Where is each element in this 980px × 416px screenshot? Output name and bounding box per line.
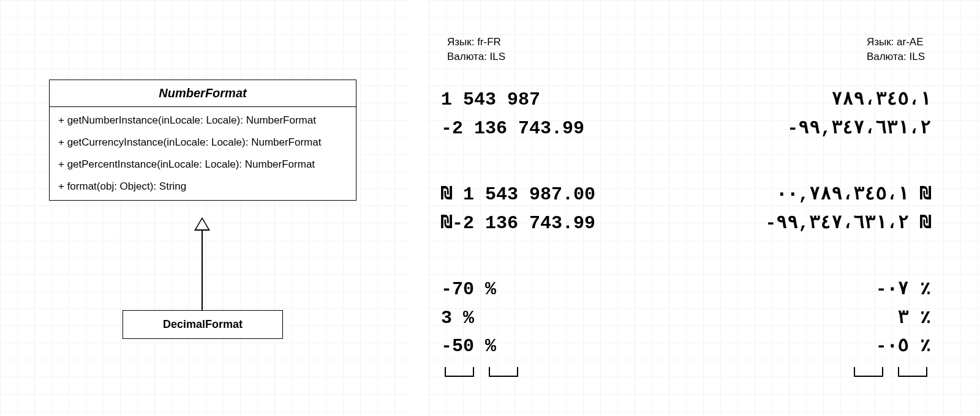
panel-gutter (410, 0, 426, 416)
locale-meta-left: Язык: fr-FR Валюта: ILS (447, 35, 505, 64)
locale-meta-right: Язык: ar-AE Валюта: ILS (867, 35, 925, 64)
crop-mark-icon (898, 367, 927, 377)
currency-label: Валюта: ILS (867, 50, 925, 64)
lang-label: Язык: fr-FR (447, 35, 505, 50)
canvas: NumberFormat + getNumberInstance(inLocal… (0, 0, 980, 416)
uml-method: + getCurrencyInstance(inLocale: Locale):… (50, 132, 356, 154)
inheritance-line (202, 231, 203, 310)
currency-label: Валюта: ILS (447, 50, 505, 64)
uml-method: + getPercentInstance(inLocale: Locale): … (50, 154, 356, 176)
number-sample-fr: 1 543 987 -2 136 743.99 (441, 86, 584, 143)
currency-sample-ar: ₪ ٠٠,٧٨٩،٣٤٥،١ ₪ ٩٩,٣٤٧،٦٣١،٢- (765, 180, 931, 237)
uml-class-body: + getNumberInstance(inLocale: Locale): N… (50, 107, 356, 200)
crop-mark-icon (854, 367, 883, 377)
crop-mark-icon (489, 367, 518, 377)
uml-class-title: NumberFormat (50, 80, 356, 107)
percent-sample-fr: -70 % 3 % -50 % (441, 275, 496, 361)
inheritance-arrowhead-icon (194, 217, 210, 231)
uml-class-title: DecimalFormat (163, 318, 243, 330)
crop-mark-icon (445, 367, 474, 377)
uml-class-decimalformat: DecimalFormat (123, 310, 283, 339)
uml-method: + format(obj: Object): String (50, 176, 356, 198)
number-sample-ar: ٧٨٩،٣٤٥،١ ٩٩,٣٤٧،٦٣١،٢- (787, 86, 931, 143)
percent-sample-ar: ٪ ٠٧- ٪ ٣ ٪ ٠٥- (876, 275, 931, 361)
samples-panel: Язык: fr-FR Валюта: ILS Язык: ar-AE Валю… (441, 0, 931, 416)
currency-sample-fr: ₪ 1 543 987.00 ₪-2 136 743.99 (441, 180, 595, 237)
lang-label: Язык: ar-AE (867, 35, 925, 50)
uml-method: + getNumberInstance(inLocale: Locale): N… (50, 110, 356, 132)
uml-class-numberformat: NumberFormat + getNumberInstance(inLocal… (49, 80, 356, 201)
